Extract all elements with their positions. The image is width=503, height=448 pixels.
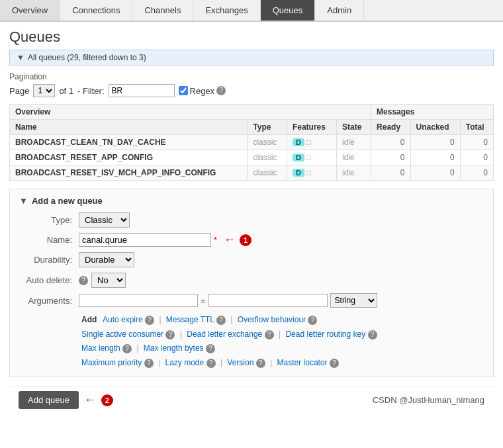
ml-help-icon[interactable]: ? (330, 359, 339, 368)
sep3: | (180, 330, 182, 339)
max-length-help-icon[interactable]: ? (122, 344, 132, 353)
mp-help-icon[interactable]: ? (144, 359, 154, 368)
cell-unacked: 0 (410, 150, 460, 165)
sep7: | (220, 358, 222, 367)
required-asterisk: * (214, 235, 217, 245)
red-arrow-icon: ← (224, 233, 236, 247)
nav-item-connections[interactable]: Connections (60, 0, 132, 21)
feature-badge: D (293, 169, 304, 177)
arguments-label: Arguments: (19, 296, 79, 306)
cell-type: classic (248, 165, 287, 181)
nav-item-exchanges[interactable]: Exchanges (193, 0, 260, 21)
bottom-bar: Add queue ← 2 CSDN @JustHuman_nimang (9, 386, 494, 413)
cell-features: D □ (287, 150, 336, 165)
col-state: State (337, 120, 371, 135)
col-total: Total (460, 120, 493, 135)
overflow-help-icon[interactable]: ? (308, 316, 317, 325)
name-input[interactable] (79, 233, 211, 247)
version-help-icon[interactable]: ? (256, 359, 265, 368)
argument-type-select[interactable]: String Number Boolean (330, 293, 377, 308)
cell-total: 0 (460, 150, 493, 165)
durability-select[interactable]: Durable Transient (79, 252, 134, 267)
quick-link-version[interactable]: Version (227, 358, 253, 367)
cell-state: idle (337, 150, 371, 165)
cell-name[interactable]: BROADCAST_RESET_APP_CONFIG (10, 150, 248, 165)
page-select[interactable]: 1 (33, 84, 55, 97)
page-content: Queues ▼ All queues (29, filtered down t… (0, 22, 503, 420)
type-label: Type: (19, 215, 79, 225)
cell-ready: 0 (371, 150, 410, 165)
quick-link-single-active-consumer[interactable]: Single active consumer (81, 330, 163, 339)
cell-name[interactable]: BROADCAST_RESET_ISV_MCH_APP_INFO_CONFIG (10, 165, 248, 181)
add-queue-section: ▼ Add a new queue Type: Classic Quorum N… (9, 189, 494, 377)
quick-link-max-length-bytes[interactable]: Max length bytes (144, 343, 204, 353)
col-ready: Ready (371, 120, 410, 135)
cell-name[interactable]: BROADCAST_CLEAN_TN_DAY_CACHE (10, 135, 248, 150)
sep6: | (158, 358, 160, 367)
sac-help-icon[interactable]: ? (165, 330, 175, 339)
cell-features: D □ (287, 165, 336, 181)
cell-type: classic (248, 150, 287, 165)
add-label: Add (81, 315, 97, 324)
argument-value-input[interactable] (208, 294, 328, 307)
annotation-number-1: 1 (240, 234, 252, 246)
cell-total: 0 (460, 135, 493, 150)
add-queue-toggle[interactable]: ▼ Add a new queue (19, 196, 484, 206)
toggle-arrow-icon: ▼ (19, 196, 28, 206)
filter-input[interactable] (109, 84, 175, 97)
quick-add-section: Add Auto expire ? | Message TTL ? | Over… (81, 313, 484, 370)
regex-help-icon[interactable]: ? (216, 86, 226, 95)
quick-link-auto-expire[interactable]: Auto expire (103, 315, 143, 324)
pagination-label: Pagination (9, 72, 494, 81)
auto-delete-row: Auto delete: ? No Yes (19, 273, 484, 288)
quick-link-message-ttl[interactable]: Message TTL (166, 315, 214, 324)
feature-badge: D (293, 138, 304, 146)
table-row: BROADCAST_CLEAN_TN_DAY_CACHE classic D □… (10, 135, 494, 150)
cell-ready: 0 (371, 135, 410, 150)
nav-item-queues[interactable]: Queues (261, 0, 316, 21)
regex-checkbox[interactable] (179, 86, 188, 95)
col-name: Name (10, 120, 248, 135)
quick-link-dead-letter-routing-key[interactable]: Dead letter routing key (285, 330, 365, 339)
quick-link-master-locator[interactable]: Master locator (277, 358, 328, 367)
messages-section-header: Messages (371, 105, 494, 120)
regex-label: Regex (190, 86, 215, 96)
nav-item-channels[interactable]: Channels (132, 0, 193, 21)
dlrk-help-icon[interactable]: ? (368, 330, 377, 339)
table-row: BROADCAST_RESET_ISV_MCH_APP_INFO_CONFIG … (10, 165, 494, 181)
nav-item-overview[interactable]: Overview (0, 0, 60, 21)
add-queue-section-title: Add a new queue (32, 196, 103, 206)
add-queue-button[interactable]: Add queue (19, 391, 79, 409)
filter-summary-text: All queues (29, filtered down to 3) (28, 53, 146, 62)
dle-help-icon[interactable]: ? (265, 330, 274, 339)
quick-link-dead-letter-exchange[interactable]: Dead letter exchange (187, 330, 262, 339)
message-ttl-help-icon[interactable]: ? (216, 316, 226, 325)
sep4: | (279, 330, 281, 339)
filter-label: - Filter: (77, 86, 104, 96)
table-row: BROADCAST_RESET_APP_CONFIG classic D □ i… (10, 150, 494, 165)
pagination-controls: Page 1 of 1 - Filter: Regex ? (9, 84, 494, 97)
type-select[interactable]: Classic Quorum (79, 212, 130, 228)
nav-item-admin[interactable]: Admin (315, 0, 364, 21)
auto-delete-help-icon[interactable]: ? (79, 276, 88, 285)
argument-key-input[interactable] (79, 294, 198, 307)
auto-expire-help-icon[interactable]: ? (145, 316, 154, 325)
cell-type: classic (248, 135, 287, 150)
auto-delete-select[interactable]: No Yes (91, 273, 126, 288)
sep1: | (159, 315, 161, 324)
col-features: Features (287, 120, 336, 135)
col-unacked: Unacked (410, 120, 460, 135)
mlb-help-icon[interactable]: ? (206, 344, 215, 353)
quick-link-maximum-priority[interactable]: Maximum priority (81, 358, 142, 367)
filter-summary-bar: ▼ All queues (29, filtered down to 3) (9, 50, 494, 66)
overview-section-header: Overview (10, 105, 371, 120)
cell-features: D □ (287, 135, 336, 150)
collapse-arrow-icon[interactable]: ▼ (17, 53, 24, 62)
quick-link-overflow-behaviour[interactable]: Overflow behaviour (238, 315, 306, 324)
cell-ready: 0 (371, 165, 410, 181)
quick-link-max-length[interactable]: Max length (81, 343, 120, 353)
lm-help-icon[interactable]: ? (206, 359, 216, 368)
regex-checkbox-row: Regex ? (179, 86, 226, 96)
pagination-section: Pagination Page 1 of 1 - Filter: Regex ? (9, 72, 494, 97)
quick-link-lazy-mode[interactable]: Lazy mode (165, 358, 205, 367)
